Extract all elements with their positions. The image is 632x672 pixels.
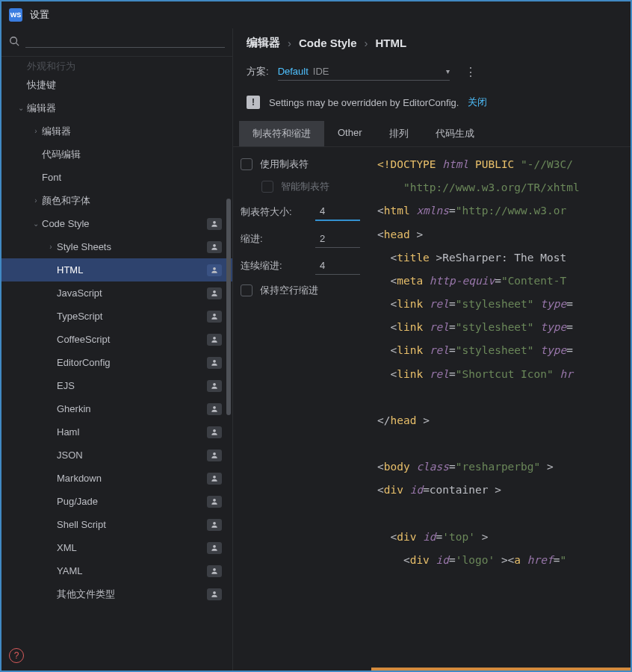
svg-point-4 — [213, 267, 216, 270]
indent-label: 缩进: — [241, 232, 308, 246]
use-tab-row[interactable]: 使用制表符 — [241, 158, 371, 171]
tree-item[interactable]: ›Style Sheets — [1, 235, 232, 258]
scheme-badge-icon — [207, 218, 222, 230]
svg-line-1 — [16, 43, 19, 46]
tree-item-label: CoffeeScript — [57, 334, 207, 345]
tree-item[interactable]: HTML — [1, 258, 232, 281]
tree-item[interactable]: Haml — [1, 420, 232, 444]
keep-blank-checkbox[interactable] — [241, 284, 253, 296]
chevron-down-icon[interactable]: ⌄ — [15, 104, 27, 112]
tree-item[interactable]: Markdown — [1, 467, 232, 490]
tree-item[interactable]: JSON — [1, 444, 232, 467]
scheme-badge-icon — [207, 496, 222, 508]
use-tab-checkbox[interactable] — [241, 158, 253, 170]
tree-item-label: 快捷键 — [27, 78, 222, 92]
tree-item[interactable]: 其他文件类型 — [1, 582, 232, 606]
tab-tabs-indent[interactable]: 制表符和缩进 — [239, 121, 324, 146]
scheme-select[interactable]: Default IDE ▾ — [278, 63, 450, 81]
tree-item-label: JavaScript — [57, 287, 207, 299]
tree-item-label: Markdown — [57, 473, 207, 484]
svg-point-8 — [213, 359, 216, 362]
scheme-badge-icon — [207, 334, 222, 346]
tree-item[interactable]: EJS — [1, 374, 232, 397]
svg-point-11 — [213, 429, 216, 432]
tab-other[interactable]: Other — [324, 121, 376, 146]
breadcrumb-item: HTML — [376, 37, 407, 49]
tree-item[interactable]: ›颜色和字体 — [1, 189, 232, 212]
scheme-badge-icon — [207, 380, 222, 392]
tree-item-label: TypeScript — [57, 311, 207, 322]
tree-item[interactable]: YAML — [1, 559, 232, 582]
chevron-right-icon[interactable]: › — [30, 127, 42, 135]
scheme-badge-icon — [207, 241, 222, 253]
keep-blank-label: 保持空行缩进 — [260, 284, 318, 297]
chevron-right-icon[interactable]: › — [30, 196, 42, 205]
tree-item[interactable]: 代码编辑 — [1, 143, 232, 166]
tree-item[interactable]: 外观和行为 — [1, 61, 232, 73]
tree-item[interactable]: CoffeeScript — [1, 328, 232, 351]
scheme-value-primary: Default — [278, 66, 309, 77]
tree-item[interactable]: Gherkin — [1, 397, 232, 420]
breadcrumb-item[interactable]: 编辑器 — [247, 36, 280, 50]
search-icon[interactable] — [9, 36, 19, 49]
search-row — [1, 28, 232, 57]
svg-point-2 — [213, 220, 216, 223]
tree-item[interactable]: ⌄Code Style — [1, 212, 232, 235]
scheme-badge-icon — [207, 357, 222, 369]
scheme-badge-icon — [207, 403, 222, 415]
indent-input[interactable]: 2 — [315, 230, 360, 248]
scheme-badge-icon — [207, 449, 222, 461]
svg-point-9 — [213, 382, 216, 385]
svg-point-13 — [213, 475, 216, 478]
keep-blank-row[interactable]: 保持空行缩进 — [241, 284, 371, 297]
preview-code: <!DOCTYPE html PUBLIC "-//W3C/ "http://w… — [377, 153, 631, 572]
svg-point-17 — [213, 567, 216, 570]
window-title: 设置 — [30, 8, 49, 22]
tree-item[interactable]: JavaScript — [1, 281, 232, 305]
chevron-right-icon[interactable]: › — [45, 243, 57, 251]
tree-item[interactable]: ⌄编辑器 — [1, 96, 232, 119]
more-icon[interactable]: ⋮ — [459, 65, 483, 79]
smart-tab-row: 智能制表符 — [241, 180, 371, 193]
tree-item[interactable]: Pug/Jade — [1, 490, 232, 513]
tree-item[interactable]: ›编辑器 — [1, 119, 232, 143]
tree-item[interactable]: Font — [1, 166, 232, 189]
breadcrumb-item[interactable]: Code Style — [299, 37, 357, 49]
cont-indent-input[interactable]: 4 — [315, 257, 360, 275]
tree-item[interactable]: TypeScript — [1, 305, 232, 328]
tree-item-label: XML — [57, 542, 207, 553]
scheme-badge-icon — [207, 264, 222, 276]
help-icon[interactable]: ? — [9, 648, 24, 663]
smart-tab-checkbox — [261, 181, 273, 193]
tree-item-label: Code Style — [42, 218, 207, 229]
tree-item-label: Style Sheets — [57, 241, 207, 252]
chevron-down-icon[interactable]: ⌄ — [30, 220, 42, 228]
tree-item-label: HTML — [57, 264, 207, 276]
tree-item[interactable]: Shell Script — [1, 513, 232, 536]
tree-item[interactable]: 快捷键 — [1, 73, 232, 96]
svg-point-14 — [213, 498, 216, 501]
svg-point-6 — [213, 313, 216, 316]
svg-point-12 — [213, 452, 216, 455]
scheme-badge-icon — [207, 519, 222, 531]
app-icon: WS — [9, 8, 22, 22]
search-input[interactable] — [25, 47, 225, 48]
tree-item-label: Haml — [57, 426, 207, 438]
scheme-value-secondary: IDE — [313, 66, 329, 77]
scheme-badge-icon — [207, 542, 222, 554]
tab-arrangement[interactable]: 排列 — [376, 121, 422, 146]
tree-item[interactable]: XML — [1, 536, 232, 559]
horizontal-scrollbar[interactable] — [371, 668, 631, 671]
tree-item[interactable]: EditorConfig — [1, 351, 232, 374]
main-panel: 编辑器 › Code Style › HTML 方案: Default IDE … — [233, 28, 631, 671]
tree-item-label: Shell Script — [57, 519, 207, 530]
banner-close-link[interactable]: 关闭 — [468, 96, 487, 109]
tab-codegen[interactable]: 代码生成 — [422, 121, 488, 146]
scheme-badge-icon — [207, 426, 222, 438]
tabs: 制表符和缩进 Other 排列 代码生成 — [233, 121, 631, 147]
tab-size-input[interactable]: 4 — [315, 202, 360, 221]
scrollbar-thumb[interactable] — [226, 199, 231, 415]
tree-item-label: Gherkin — [57, 403, 207, 414]
tree-item-label: YAML — [57, 565, 207, 576]
svg-point-3 — [213, 243, 216, 246]
